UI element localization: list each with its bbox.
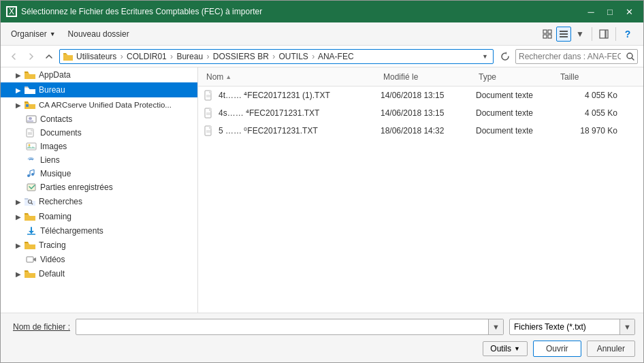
file-size: 4 055 Ko [558,91,626,100]
tree-item-label: CA ARCserve Unified Data Protectio... [39,101,172,109]
filename-label: Nom de fichier : [9,322,70,332]
file-size: 4 055 Ko [558,108,626,118]
tree-item-images[interactable]: Images [1,140,197,153]
header-name[interactable]: Nom ▲ [204,72,381,82]
title-bar: X Sélectionnez le Fichier des Ecritures … [1,1,643,22]
view-dropdown-button[interactable]: ▼ [573,27,587,42]
tree-item-parties[interactable]: Parties enregistrées [1,180,197,194]
organize-arrow: ▼ [50,31,56,37]
header-size[interactable]: Taille [558,72,626,82]
new-folder-button[interactable]: Nouveau dossier [63,27,134,42]
tools-arrow: ▼ [514,345,520,352]
header-modified[interactable]: Modifié le [381,72,476,82]
window-controls: ─ □ ✕ [582,5,638,18]
file-modified: 18/06/2018 14:32 [381,126,476,136]
filename-input[interactable] [76,322,488,332]
minimize-button[interactable]: ─ [582,5,600,18]
tree-item-label: Documents [40,128,82,138]
svg-rect-9 [600,30,605,38]
file-modified: 14/06/2018 13:15 [381,108,476,118]
view-controls: ▼ ? [537,27,638,42]
file-list-panel: Nom ▲ Modifié le Type Taille [198,67,643,313]
refresh-button[interactable] [498,49,513,64]
svg-rect-32 [27,257,33,262]
search-input[interactable] [516,52,624,61]
svg-text:X: X [9,7,14,16]
tree-item-liens[interactable]: Liens [1,153,197,167]
breadcrumb-dropdown-icon[interactable]: ▼ [480,53,490,60]
expand-icon: ▶ [13,268,24,279]
svg-rect-15 [29,117,32,120]
tree-item-default[interactable]: ▶ Default [1,266,197,281]
file-open-dialog: X Sélectionnez le Fichier des Ecritures … [0,0,644,363]
tree-item-bureau[interactable]: ▶ Bureau [1,82,197,97]
action-row: Outils ▼ Ouvrir Annuler [9,341,635,357]
back-button[interactable] [6,49,21,64]
tree-item-telechargements[interactable]: Téléchargements [1,224,197,238]
svg-rect-7 [560,33,568,35]
filetype-dropdown-button[interactable]: ▼ [619,319,634,335]
svg-line-27 [30,170,34,171]
tree-item-label: Default [39,269,65,279]
tree-item-contacts[interactable]: Contacts [1,112,197,126]
file-name: 4t…… ⁴FEC20171231 (1).TXT [219,91,330,100]
tree-item-recherches[interactable]: ▶ Recherches [1,194,197,209]
breadcrumb: Utilisateurs › COLDIR01 › Bureau › DOSSI… [76,52,354,61]
file-row[interactable]: 4s…… ⁴FEC20171231.TXT 14/06/2018 13:15 D… [198,104,643,122]
organize-label: Organiser [11,29,47,39]
tree-item-label: Musique [40,169,71,178]
svg-rect-16 [27,121,33,122]
tree-item-label: Tracing [39,240,66,250]
toolbar-separator [592,27,592,41]
expand-icon: ▶ [13,196,24,207]
expand-icon: ▶ [13,211,24,222]
svg-rect-38 [209,108,212,111]
up-button[interactable] [42,49,57,64]
file-row[interactable]: 5 …… ⁰FEC20171231.TXT 18/06/2018 14:32 D… [198,122,643,140]
view-list-button[interactable] [556,27,571,42]
filename-input-wrap: ▼ [76,319,504,335]
expand-icon: ▶ [13,99,24,110]
tree-item-documents[interactable]: Documents [1,126,197,140]
svg-rect-42 [209,126,212,129]
search-button[interactable] [624,49,637,64]
help-button[interactable]: ? [620,27,635,42]
tree-item-videos[interactable]: Vidéos [1,253,197,266]
tree-item-label: Vidéos [40,255,65,264]
header-type[interactable]: Type [476,72,558,82]
tree-item-label: AppData [39,70,71,80]
view-tiles-button[interactable] [540,27,555,42]
cancel-button[interactable]: Annuler [587,341,635,357]
open-button[interactable]: Ouvrir [533,341,581,357]
close-button[interactable]: ✕ [620,5,638,18]
file-size: 18 970 Ko [558,126,626,136]
folder-tree: ▶ AppData ▶ Bureau ▶ [1,67,198,313]
organize-button[interactable]: Organiser ▼ [6,27,61,42]
tree-item-ca-arcserve[interactable]: ▶ CA ARCserve Unified Data Protectio... [1,97,197,112]
preview-pane-button[interactable] [596,27,611,42]
tools-button[interactable]: Outils ▼ [483,341,528,356]
file-list-header: Nom ▲ Modifié le Type Taille [198,67,643,86]
svg-rect-6 [560,31,568,32]
tree-item-roaming[interactable]: ▶ Roaming [1,209,197,224]
tree-item-musique[interactable]: Musique [1,167,197,180]
svg-rect-34 [209,91,212,93]
tree-item-label: Parties enregistrées [40,183,113,192]
expand-icon: ▶ [13,69,24,80]
expand-icon: ▶ [13,240,24,251]
tree-item-label: Roaming [39,212,71,221]
filename-dropdown-button[interactable]: ▼ [488,319,503,335]
file-row[interactable]: 4t…… ⁴FEC20171231 (1).TXT 14/06/2018 13:… [198,86,643,104]
svg-rect-28 [27,184,35,191]
tree-item-label: Téléchargements [40,226,103,236]
main-content: ▶ AppData ▶ Bureau ▶ [1,67,643,313]
bottom-bar: Nom de fichier : ▼ Fichiers Texte (*.txt… [1,313,643,362]
svg-line-12 [632,58,634,60]
forward-button[interactable] [24,49,39,64]
toolbar-separator-2 [615,27,616,41]
breadcrumb-bar[interactable]: Utilisateurs › COLDIR01 › Bureau › DOSSI… [59,49,494,64]
tree-item-label: Recherches [39,197,82,206]
maximize-button[interactable]: □ [601,5,619,18]
tree-item-appdata[interactable]: ▶ AppData [1,67,197,82]
tree-item-tracing[interactable]: ▶ Tracing [1,238,197,253]
